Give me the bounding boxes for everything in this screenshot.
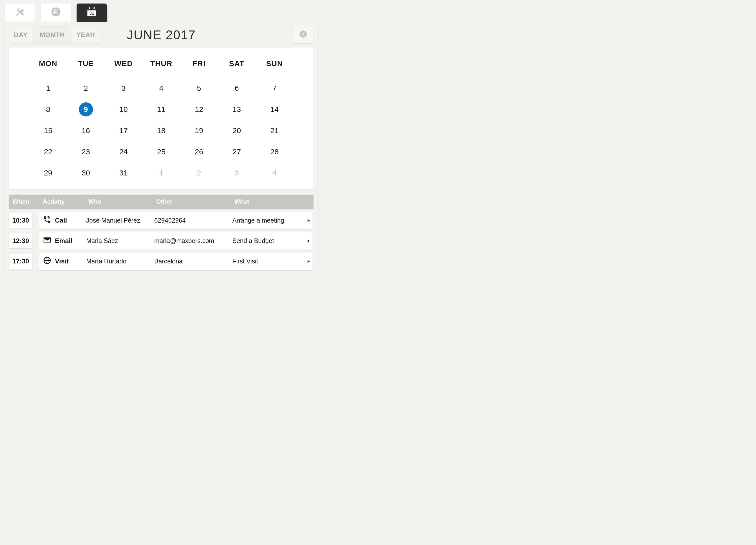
agenda-activity-label: Call bbox=[55, 216, 67, 224]
agenda-activity: Visit bbox=[41, 256, 86, 266]
agenda-row: 17:30VisitMarta HurtadoBarcelonaFirst Vi… bbox=[9, 252, 313, 270]
day-cell[interactable]: 3 bbox=[218, 166, 256, 180]
day-cell[interactable]: 1 bbox=[142, 166, 180, 180]
add-event-button[interactable] bbox=[293, 27, 313, 43]
agenda-header-row: When Activity Who Other What bbox=[9, 194, 313, 209]
day-cell[interactable]: 6 bbox=[218, 81, 256, 95]
day-cell[interactable]: 25 bbox=[142, 145, 180, 159]
day-cell[interactable]: 28 bbox=[256, 145, 293, 159]
agenda-time-chip[interactable]: 10:30 bbox=[9, 213, 32, 228]
dow-label: SAT bbox=[218, 59, 256, 68]
day-cell[interactable]: 5 bbox=[180, 81, 218, 95]
globe-icon bbox=[43, 256, 51, 266]
agenda-section: When Activity Who Other What 10:30CallJo… bbox=[9, 194, 313, 270]
day-cell[interactable]: 30 bbox=[67, 166, 105, 180]
dow-label: FRI bbox=[180, 59, 218, 68]
plus-circle-icon bbox=[299, 30, 307, 40]
disclosure-button[interactable] bbox=[303, 237, 314, 245]
day-cell[interactable]: 4 bbox=[142, 81, 180, 95]
day-cell[interactable]: 7 bbox=[256, 81, 293, 95]
agenda-activity-label: Visit bbox=[55, 257, 69, 265]
day-cell[interactable]: 22 bbox=[29, 145, 67, 159]
day-cell[interactable]: 15 bbox=[29, 123, 67, 138]
day-cell[interactable]: 29 bbox=[29, 166, 67, 180]
agenda-time-chip[interactable]: 17:30 bbox=[9, 254, 32, 269]
view-day-button[interactable]: DAY bbox=[9, 26, 32, 44]
agenda-header-what: What bbox=[234, 198, 305, 205]
day-cell[interactable]: 12 bbox=[180, 102, 218, 116]
agenda-activity: Call bbox=[41, 215, 86, 225]
tab-tools[interactable] bbox=[5, 4, 35, 22]
phone-icon bbox=[43, 215, 51, 225]
tab-money[interactable] bbox=[41, 4, 71, 22]
agenda-other: Barcelona bbox=[154, 257, 232, 265]
day-cell[interactable]: 13 bbox=[218, 102, 256, 116]
day-cell[interactable]: 21 bbox=[256, 123, 293, 138]
panel-header: DAY MONTH YEAR JUNE 2017 bbox=[4, 22, 319, 48]
day-cell[interactable]: 2 bbox=[67, 81, 105, 95]
dow-label: TUE bbox=[67, 59, 105, 68]
svg-rect-3 bbox=[89, 7, 90, 9]
svg-rect-4 bbox=[93, 7, 95, 9]
agenda-who: Marta Hurtado bbox=[86, 257, 154, 265]
day-cell[interactable]: 1 bbox=[29, 81, 67, 95]
calendar-panel: DAY MONTH YEAR JUNE 2017 MON TUE WED THU… bbox=[4, 22, 319, 270]
day-cell[interactable]: 19 bbox=[180, 123, 218, 138]
day-cell[interactable]: 24 bbox=[105, 145, 142, 159]
day-cell[interactable]: 2 bbox=[180, 166, 218, 180]
day-cell[interactable]: 18 bbox=[142, 123, 180, 138]
month-grid: 1234567891011121314151617181920212223242… bbox=[29, 73, 293, 180]
chevron-right-icon bbox=[306, 216, 311, 225]
agenda-row: 10:30CallJosé Manuel Pérez629462964Arran… bbox=[9, 212, 313, 229]
disclosure-button[interactable] bbox=[303, 216, 314, 225]
view-year-button[interactable]: YEAR bbox=[72, 26, 100, 44]
agenda-what: First Visit bbox=[232, 257, 303, 265]
day-cell[interactable]: 26 bbox=[180, 145, 218, 159]
tab-calendar[interactable]: 31 bbox=[77, 4, 107, 22]
day-cell[interactable]: 17 bbox=[105, 123, 142, 138]
agenda-other: maria@maxpers.com bbox=[154, 237, 232, 244]
day-cell[interactable]: 8 bbox=[29, 102, 67, 116]
day-cell[interactable]: 14 bbox=[256, 102, 293, 116]
month-grid-card: MON TUE WED THUR FRI SAT SUN 12345678910… bbox=[9, 48, 313, 189]
day-cell[interactable]: 11 bbox=[142, 102, 180, 116]
agenda-row: 12:30EmailMaria Sáezmaria@maxpers.comSen… bbox=[9, 232, 313, 249]
disclosure-button[interactable] bbox=[303, 257, 314, 266]
day-cell[interactable]: 9 bbox=[67, 102, 105, 116]
dow-label: THUR bbox=[142, 59, 180, 68]
agenda-what: Send a Budget bbox=[232, 237, 303, 244]
day-cell[interactable]: 20 bbox=[218, 123, 256, 138]
calendar-31-icon: 31 bbox=[86, 6, 98, 19]
weekday-header: MON TUE WED THUR FRI SAT SUN bbox=[29, 59, 293, 73]
svg-rect-8 bbox=[301, 34, 305, 35]
agenda-row-card[interactable]: CallJosé Manuel Pérez629462964Arrange a … bbox=[39, 212, 312, 229]
agenda-header-other: Other bbox=[156, 198, 234, 205]
view-month-button[interactable]: MONTH bbox=[35, 26, 69, 44]
agenda-time-chip[interactable]: 12:30 bbox=[9, 233, 32, 248]
day-cell[interactable]: 10 bbox=[105, 102, 142, 116]
agenda-who: José Manuel Pérez bbox=[86, 217, 154, 224]
agenda-who: Maria Sáez bbox=[86, 237, 154, 244]
agenda-other: 629462964 bbox=[154, 217, 232, 224]
day-cell[interactable]: 16 bbox=[67, 123, 105, 138]
chevron-right-icon bbox=[306, 257, 311, 266]
agenda-row-card[interactable]: EmailMaria Sáezmaria@maxpers.comSend a B… bbox=[39, 232, 312, 249]
day-cell[interactable]: 3 bbox=[105, 81, 142, 95]
day-cell[interactable]: 23 bbox=[67, 145, 105, 159]
agenda-what: Arrange a meeting bbox=[232, 217, 303, 224]
wrench-screwdriver-icon bbox=[15, 7, 25, 19]
svg-rect-2 bbox=[87, 8, 96, 10]
agenda-header-activity: Activity bbox=[43, 198, 88, 205]
day-cell[interactable]: 27 bbox=[218, 145, 256, 159]
day-cell[interactable]: 4 bbox=[256, 166, 293, 180]
dow-label: SUN bbox=[256, 59, 293, 68]
svg-text:31: 31 bbox=[89, 11, 94, 16]
day-cell[interactable]: 31 bbox=[105, 166, 142, 180]
agenda-activity: Email bbox=[41, 236, 86, 246]
mail-icon bbox=[43, 236, 51, 246]
agenda-activity-label: Email bbox=[55, 237, 72, 245]
agenda-header-who: Who bbox=[88, 198, 156, 205]
dow-label: MON bbox=[29, 59, 67, 68]
agenda-row-card[interactable]: VisitMarta HurtadoBarcelonaFirst Visit bbox=[39, 252, 312, 270]
chevron-right-icon bbox=[306, 237, 311, 245]
